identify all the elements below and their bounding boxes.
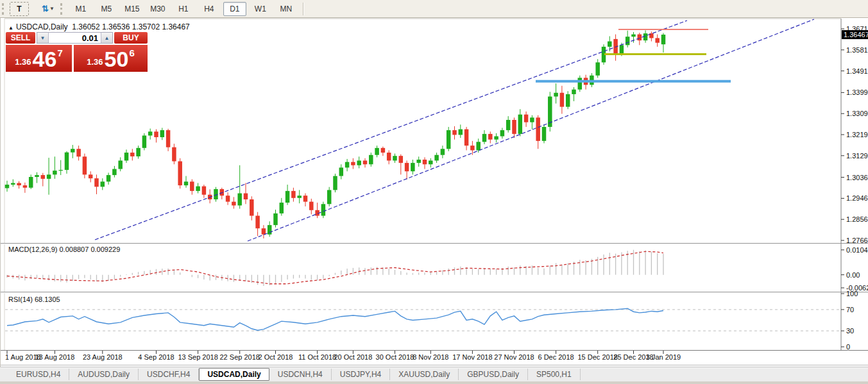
buy-price-big: 50 — [105, 48, 129, 70]
text-tool-button[interactable]: T — [10, 2, 29, 16]
candle-body — [423, 160, 427, 164]
candle-body — [416, 160, 421, 163]
candle-body — [560, 93, 565, 107]
axis-label: 3 Jan 2019 — [646, 353, 681, 361]
new-order-button[interactable]: ⇅ ▼ — [38, 2, 58, 16]
volume-increase-button[interactable]: ▲ — [101, 33, 112, 43]
axis-label: 13 Sep 2018 — [178, 353, 217, 361]
sell-button[interactable]: SELL — [6, 32, 35, 44]
candle-body — [578, 78, 583, 89]
timeframe-button-w1[interactable]: W1 — [249, 2, 272, 16]
candle-body — [65, 153, 69, 170]
axis-label: 6 Dec 2018 — [538, 353, 574, 361]
chart-tab-usdjpy-h4[interactable]: USDJPY,H4 — [332, 369, 390, 380]
timeframe-button-mn[interactable]: MN — [275, 2, 298, 16]
candle-body — [268, 225, 272, 235]
candle-body — [273, 213, 278, 225]
chart-tab-bar: EURUSD,H4AUDUSD,DailyUSDCHF,H4USDCAD,Dai… — [0, 367, 868, 381]
candle-body — [625, 37, 630, 45]
chart-ohlc: 1.36052 1.36536 1.35702 1.36467 — [72, 22, 190, 31]
candle-body — [500, 130, 505, 136]
candle-body — [154, 131, 158, 137]
axis-label: 13 Aug 2018 — [35, 353, 75, 361]
buy-price-panel[interactable]: 1.36 50 6 — [74, 45, 148, 72]
rsi-line — [7, 308, 663, 330]
candle-body — [160, 130, 164, 137]
candle-body — [643, 33, 648, 40]
chart-tab-usdcnh-h4[interactable]: USDCNH,H4 — [269, 369, 332, 380]
timeframe-group: M1M5M15M30H1H4D1W1MN — [68, 2, 299, 16]
buy-button[interactable]: BUY — [114, 32, 148, 44]
candle-body — [190, 181, 194, 191]
candle-body — [339, 167, 344, 176]
toolbar-grip-2[interactable] — [60, 3, 65, 15]
candle-body — [136, 148, 140, 156]
candle-body — [291, 191, 296, 198]
volume-decrease-button[interactable]: ▼ — [37, 33, 49, 43]
candle-body — [202, 187, 207, 195]
buy-price-sup: 6 — [129, 47, 134, 58]
macd-signal-line — [7, 251, 663, 283]
axis-label: 70 — [846, 306, 854, 313]
candle-body — [106, 175, 111, 181]
axis-label: 1.35815 — [846, 46, 868, 54]
axis-label: 17 Nov 2018 — [452, 353, 492, 361]
toolbar-grip[interactable] — [2, 3, 7, 15]
candle-body — [405, 163, 409, 171]
timeframe-button-m5[interactable]: M5 — [95, 2, 118, 16]
volume-input[interactable]: 0.01 — [49, 33, 101, 43]
candle-body — [661, 35, 666, 44]
timeframe-button-m15[interactable]: M15 — [121, 2, 144, 16]
candle-body — [530, 117, 534, 122]
candle-body — [506, 120, 511, 130]
chart-tab-usdcad-daily[interactable]: USDCAD,Daily — [199, 368, 269, 381]
candle-body — [255, 216, 260, 229]
candle-body — [303, 196, 308, 201]
candle-body — [262, 228, 266, 234]
sell-price-panel[interactable]: 1.36 46 7 — [6, 45, 72, 72]
top-toolbar: T ⇅ ▼ M1M5M15M30H1H4D1W1MN — [0, 0, 868, 18]
chart-tab-gbpusd-daily[interactable]: GBPUSD,Daily — [459, 369, 528, 380]
timeframe-button-m30[interactable]: M30 — [146, 2, 169, 16]
timeframe-button-h4[interactable]: H4 — [198, 2, 221, 16]
candle-body — [83, 156, 87, 174]
chart-tab-eurusd-h4[interactable]: EURUSD,H4 — [8, 369, 69, 380]
candle-body — [23, 185, 28, 188]
candle-body — [434, 155, 439, 161]
candle-body — [470, 146, 475, 150]
chart-title: ▲USDCAD,Daily 1.36052 1.36536 1.35702 1.… — [8, 22, 190, 31]
candle-body — [321, 204, 326, 215]
candle-body — [542, 127, 547, 141]
macd-label: MACD(12,26,9) 0.008807 0.009229 — [8, 246, 120, 253]
axis-label: 22 Sep 2018 — [220, 353, 260, 361]
axis-label: 23 Aug 2018 — [83, 353, 123, 361]
candle-body — [518, 115, 523, 134]
trendline[interactable] — [248, 19, 814, 241]
axis-label: 100 — [846, 290, 858, 297]
axis-label: 30 Oct 2018 — [376, 353, 414, 361]
chart-tab-sp500-h1[interactable]: SP500,H1 — [528, 369, 581, 380]
candle-body — [76, 149, 81, 156]
bottom-strip — [0, 381, 868, 384]
candle-body — [71, 149, 75, 152]
candle-body — [595, 62, 600, 75]
candle-body — [554, 93, 558, 97]
candle-body — [441, 149, 445, 154]
timeframe-button-d1[interactable]: D1 — [223, 2, 246, 16]
axis-label: 0.010474 — [846, 246, 868, 254]
candle-body — [41, 175, 46, 179]
axis-label: 20 Oct 2018 — [334, 353, 372, 361]
trendline[interactable] — [95, 21, 687, 240]
chart-symbol: USDCAD,Daily — [16, 22, 68, 31]
candle-body — [369, 155, 373, 165]
chart-tab-xauusd-daily[interactable]: XAUUSD,Daily — [390, 369, 459, 380]
chevron-down-icon[interactable]: ▼ — [49, 6, 55, 12]
candle-body — [250, 199, 254, 216]
timeframe-button-h1[interactable]: H1 — [172, 2, 195, 16]
axis-label: 4 Sep 2018 — [138, 353, 174, 361]
chart-tab-audusd-daily[interactable]: AUDUSD,Daily — [69, 369, 139, 380]
timeframe-button-m1[interactable]: M1 — [69, 2, 92, 16]
collapse-triangle-icon[interactable]: ▲ — [8, 25, 13, 31]
candle-body — [482, 134, 487, 142]
chart-tab-usdchf-h4[interactable]: USDCHF,H4 — [139, 369, 199, 380]
